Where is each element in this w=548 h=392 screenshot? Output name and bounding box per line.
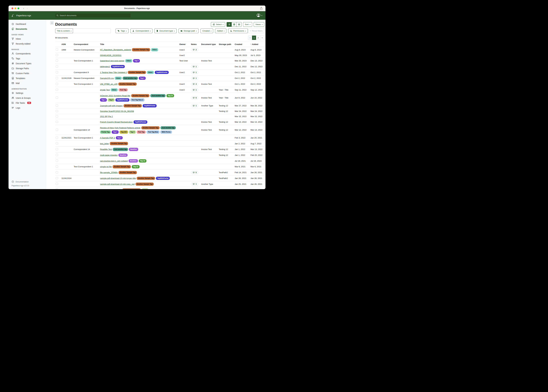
tag-pill[interactable]: Tag 2: [112, 130, 118, 134]
filter-added-button[interactable]: Added▾: [215, 28, 226, 33]
notes-badge[interactable]: 1: [191, 77, 198, 80]
page-last-button[interactable]: »: [260, 35, 264, 40]
notes-badge[interactable]: 2: [191, 48, 198, 51]
document-title-link[interactable]: InDesign 2022 Scripting Read Me: [100, 95, 130, 97]
row-checkbox[interactable]: [56, 154, 58, 156]
filter-created-button[interactable]: Created▾: [201, 28, 213, 33]
sidebar-item-correspondents[interactable]: Correspondents: [8, 51, 46, 56]
document-title-link[interactable]: test_letter: [100, 142, 109, 145]
tag-pill[interactable]: Another Sample Tag: [132, 48, 150, 51]
tag-pill[interactable]: Tag 3: [142, 188, 148, 189]
tag-pill[interactable]: Another Sample Tag: [122, 188, 141, 189]
row-checkbox[interactable]: [56, 160, 58, 162]
tag-pill[interactable]: Another Sample Tag: [113, 165, 131, 168]
tag-pill[interactable]: Just another tag: [113, 148, 128, 151]
row-checkbox[interactable]: [56, 121, 58, 123]
reset-filters-button[interactable]: × Reset filters: [248, 28, 264, 33]
document-title-link[interactable]: 2sample-pdf-with-images: [100, 105, 123, 107]
page-1-button[interactable]: 1: [252, 35, 256, 40]
column-header-document-type[interactable]: Document type: [201, 42, 218, 47]
document-title-link[interactable]: 0004814539_20230531: [100, 54, 122, 56]
sidebar-item-mail[interactable]: Mail: [8, 81, 46, 86]
tag-pill[interactable]: Just another tag: [150, 94, 166, 98]
sidebar-item-documentation[interactable]: Documentation: [12, 181, 43, 183]
tag-pill[interactable]: TagWithPartial: [156, 177, 170, 180]
sort-button[interactable]: Sort ▾: [243, 22, 252, 27]
tag-pill[interactable]: Tag 12: [139, 159, 146, 162]
row-checkbox[interactable]: [56, 110, 58, 112]
sidebar-item-storage-paths[interactable]: Storage Paths: [8, 66, 46, 71]
row-checkbox[interactable]: [56, 83, 58, 85]
tag-pill[interactable]: Another Sample Tag: [128, 71, 146, 74]
page-2-button[interactable]: 2: [256, 35, 260, 40]
row-checkbox[interactable]: [56, 183, 58, 185]
document-title-link[interactable]: 1 Testing New Title Updated 2: [100, 71, 127, 73]
row-checkbox[interactable]: [56, 142, 58, 144]
document-title-link[interactable]: tablerates2: [100, 65, 110, 68]
column-header-created[interactable]: Created: [234, 42, 249, 47]
filter-document-type-button[interactable]: Document type▾: [154, 28, 176, 33]
notes-badge[interactable]: 1: [191, 104, 198, 107]
tag-pill[interactable]: TagWithPartial: [143, 104, 157, 107]
document-title-link[interactable]: ReadMe Test: [100, 148, 112, 150]
tag-pill[interactable]: Another Sample Tag: [136, 182, 154, 186]
document-title-link[interactable]: drylab Test: [100, 89, 110, 91]
document-title-link[interactable]: [paperless] test post-owner: [100, 60, 124, 62]
sidebar-item-document-types[interactable]: Document Types: [8, 61, 46, 66]
row-checkbox[interactable]: [56, 54, 58, 56]
tag-pill[interactable]: Just another tag: [160, 126, 176, 130]
notes-badge[interactable]: 6: [191, 96, 198, 99]
tag-pill[interactable]: TagWithPartial: [111, 65, 125, 68]
notes-badge[interactable]: 1: [191, 182, 198, 186]
notes-badge[interactable]: 4: [191, 188, 198, 189]
row-checkbox[interactable]: [56, 115, 58, 117]
column-header-correspondent[interactable]: Correspondent: [73, 42, 99, 47]
tag-pill[interactable]: TagWithPartial: [134, 120, 147, 124]
tag-pill[interactable]: Tag 2: [116, 136, 123, 140]
select-button[interactable]: Select ▾: [211, 22, 225, 27]
tag-pill[interactable]: Inbox: [125, 59, 132, 63]
detail-view-button[interactable]: [237, 22, 242, 27]
row-checkbox[interactable]: [56, 89, 58, 91]
document-title-link[interactable]: sat-practice-test-1_pt2-collated: [100, 160, 128, 162]
filter-correspondent-button[interactable]: Correspondent▾: [130, 28, 152, 33]
document-title-link[interactable]: 2011 BP Pie 2: [100, 115, 113, 118]
column-header-title[interactable]: Title: [100, 42, 178, 47]
row-checkbox[interactable]: [56, 165, 58, 168]
document-title-link[interactable]: Sonstige ScanPC2022 03-24_081058: [100, 110, 134, 112]
row-checkbox[interactable]: [56, 65, 58, 68]
tag-pill[interactable]: Another Sample Tag: [137, 177, 155, 180]
tag-pill[interactable]: TagWithPartial: [155, 71, 169, 74]
row-checkbox[interactable]: [56, 171, 58, 174]
row-checkbox[interactable]: [56, 105, 58, 107]
row-checkbox[interactable]: [56, 137, 58, 139]
tag-pill[interactable]: Test Tag New 2: [130, 98, 144, 102]
row-checkbox[interactable]: [56, 148, 58, 150]
notes-badge[interactable]: 1: [191, 88, 198, 91]
tag-pill[interactable]: Tag 12: [132, 165, 139, 168]
tag-pill[interactable]: Another Sample Tag: [110, 142, 128, 145]
tag-pill[interactable]: Tag 2: [133, 59, 140, 63]
column-header-storage-path[interactable]: Storage path: [218, 42, 233, 47]
notes-badge[interactable]: 1: [191, 71, 198, 74]
tag-pill[interactable]: Tag 222: [120, 130, 128, 134]
document-title-link[interactable]: sample-pdf-download-10-mb copy_red: [100, 183, 135, 185]
sidebar-item-dashboard[interactable]: Dashboard: [8, 21, 46, 27]
views-button[interactable]: Views ▾: [254, 22, 264, 27]
sidebar-item-custom-fields[interactable]: Custom Fields: [8, 71, 46, 76]
tag-pill[interactable]: With Perms: [160, 130, 172, 134]
tag-pill[interactable]: Tag 3: [108, 98, 115, 102]
tag-pill[interactable]: Tag 2: [100, 98, 107, 102]
row-checkbox[interactable]: [56, 97, 58, 99]
row-checkbox[interactable]: [56, 129, 58, 131]
sidebar-item-users-groups[interactable]: Users & Groups: [8, 95, 46, 100]
sidebar-item-logs[interactable]: Logs: [8, 105, 46, 110]
sidebar-item-file-tasks[interactable]: File Tasks16: [8, 100, 46, 105]
document-title-link[interactable]: Sample100.csv: [100, 77, 114, 79]
row-checkbox[interactable]: [56, 77, 58, 79]
document-title-link[interactable]: French Country Bread Revised.docx: [100, 121, 133, 123]
tag-pill[interactable]: Another Sample Tag: [123, 104, 142, 107]
tag-pill[interactable]: Tag 12: [166, 94, 174, 98]
tag-pill[interactable]: Another Sample Tag: [118, 83, 137, 86]
document-title-link[interactable]: file-sample_150kBs: [100, 171, 118, 174]
